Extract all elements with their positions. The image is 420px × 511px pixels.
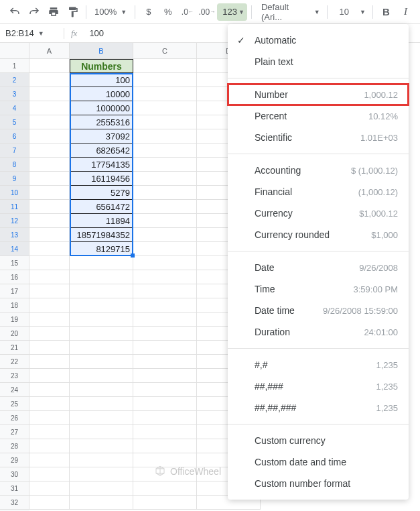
cell[interactable] [29,327,70,341]
cell[interactable] [29,453,70,467]
cell[interactable] [70,341,133,355]
cell[interactable]: 6561472 [70,200,133,214]
row-header[interactable]: 10 [0,186,29,200]
menu-item[interactable]: Currency$1,000.12 [228,203,409,224]
cell[interactable] [29,369,70,383]
zoom-selector[interactable]: 100% ▼ [90,7,131,17]
cell[interactable] [133,411,197,425]
cell[interactable] [29,228,70,242]
cell[interactable]: 37092 [70,129,133,144]
cell[interactable] [70,270,133,284]
cell[interactable] [29,496,70,510]
column-header[interactable]: A [29,43,70,59]
cell[interactable] [70,481,133,496]
cell[interactable] [133,383,197,397]
font-selector[interactable]: Default (Ari... ▼ [256,2,323,22]
row-header[interactable]: 17 [0,284,29,298]
cell[interactable] [29,172,70,186]
row-header[interactable]: 20 [0,327,29,341]
cell[interactable] [133,341,197,355]
cell[interactable] [29,256,70,270]
cell[interactable]: 100 [70,73,133,87]
row-header[interactable]: 6 [0,129,29,144]
cell[interactable]: 17754135 [70,158,133,172]
row-header[interactable]: 18 [0,298,29,313]
select-all-corner[interactable] [0,43,29,59]
cell[interactable] [29,355,70,369]
menu-item[interactable]: Date9/26/2008 [228,257,409,278]
row-header[interactable]: 21 [0,341,29,355]
cell[interactable] [29,411,70,425]
percent-button[interactable]: % [159,3,177,21]
cell[interactable]: 18571984352 [70,228,133,242]
cell[interactable] [29,101,70,115]
italic-button[interactable]: I [397,3,415,21]
cell[interactable] [29,73,70,87]
cell[interactable] [29,467,70,481]
row-header[interactable]: 24 [0,383,29,397]
print-button[interactable] [44,3,62,21]
increase-decimal-button[interactable]: .00→ [198,3,216,21]
menu-item[interactable]: Custom number format [228,473,409,494]
cell[interactable]: 2555316 [70,115,133,129]
row-header[interactable]: 8 [0,158,29,172]
menu-item[interactable]: #,#1,235 [228,354,409,376]
row-header[interactable]: 3 [0,87,29,101]
cell[interactable] [29,425,70,439]
cell[interactable] [133,158,197,172]
menu-item[interactable]: Time3:59:00 PM [228,278,409,300]
cell[interactable] [133,481,197,496]
menu-item[interactable]: Accounting$ (1,000.12) [228,160,409,181]
row-header[interactable]: 30 [0,467,29,481]
cell[interactable] [133,327,197,341]
menu-item[interactable]: Custom currency [228,430,409,451]
cell[interactable] [70,284,133,298]
cell[interactable] [70,256,133,270]
cell[interactable] [70,453,133,467]
cell[interactable] [133,313,197,327]
row-header[interactable]: 26 [0,411,29,425]
cell[interactable] [133,87,197,101]
cell[interactable] [29,87,70,101]
row-header[interactable]: 32 [0,496,29,510]
menu-item[interactable]: Plain text [228,51,409,72]
cell[interactable] [70,439,133,453]
row-header[interactable]: 28 [0,439,29,453]
row-header[interactable]: 12 [0,214,29,228]
cell[interactable] [133,298,197,313]
cell[interactable] [29,397,70,411]
cell[interactable] [70,369,133,383]
name-box[interactable]: B2:B14 ▼ [0,28,64,38]
cell[interactable] [29,214,70,228]
row-header[interactable]: 13 [0,228,29,242]
column-header[interactable]: C [133,43,197,59]
paint-format-button[interactable] [64,3,82,21]
menu-item[interactable]: ✓Automatic [228,30,409,51]
cell[interactable] [133,73,197,87]
cell[interactable] [29,129,70,144]
cell[interactable]: 6826542 [70,144,133,158]
cell[interactable]: 1000000 [70,101,133,115]
menu-item[interactable]: Scientific1.01E+03 [228,127,409,148]
cell[interactable] [133,439,197,453]
row-header[interactable]: 31 [0,481,29,496]
decrease-decimal-button[interactable]: .0← [178,3,196,21]
row-header[interactable]: 27 [0,425,29,439]
row-header[interactable]: 15 [0,256,29,270]
row-header[interactable]: 1 [0,59,29,73]
cell[interactable] [133,172,197,186]
cell[interactable] [29,115,70,129]
row-header[interactable]: 16 [0,270,29,284]
cell[interactable] [70,467,133,481]
cell[interactable] [70,355,133,369]
currency-button[interactable]: $ [139,3,157,21]
cell[interactable] [29,59,70,73]
column-header[interactable]: B [70,43,133,59]
row-header[interactable]: 29 [0,453,29,467]
cell[interactable] [133,144,197,158]
row-header[interactable]: 9 [0,172,29,186]
cell[interactable] [70,327,133,341]
cell[interactable] [29,341,70,355]
cell[interactable] [29,439,70,453]
cell[interactable]: 8129715 [70,242,133,256]
